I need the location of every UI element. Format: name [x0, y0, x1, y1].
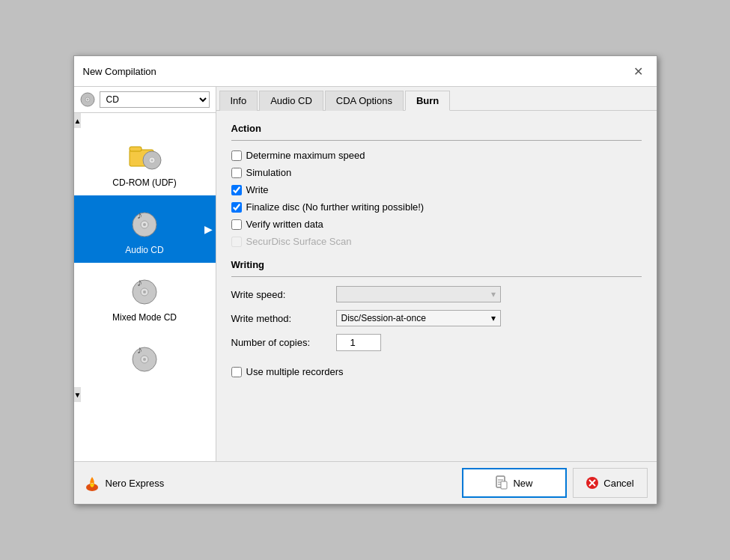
cd-small-icon [80, 92, 95, 107]
list-item-audio-cd[interactable]: ♪ ▶ Audio CD [74, 195, 216, 263]
new-button[interactable]: New [462, 468, 567, 498]
checkbox-multiple-recorders: Use multiple recorders [231, 366, 642, 377]
cdrom-udf-icon [126, 136, 163, 173]
checkbox-determine-max-speed: Determine maximum speed [231, 150, 642, 161]
scroll-up-button[interactable]: ▲ [74, 113, 82, 128]
svg-rect-4 [130, 147, 142, 151]
write-checkbox[interactable] [231, 185, 242, 195]
tabs-row: Info Audio CD CDA Options Burn [216, 87, 657, 111]
writing-divider [231, 276, 642, 277]
checkbox-verify-written-data: Verify written data [231, 219, 642, 230]
svg-point-2 [86, 99, 88, 100]
tab-info[interactable]: Info [219, 91, 258, 111]
selected-arrow-icon: ▶ [204, 223, 213, 235]
number-of-copies-row: Number of copies: [231, 334, 642, 351]
write-speed-row: Write speed: ▾ [231, 286, 642, 302]
new-document-icon [495, 475, 508, 490]
number-of-copies-label: Number of copies: [231, 337, 336, 348]
disc-types-list: ▲ CD-ROM (UDF) [74, 113, 216, 461]
checkbox-write: Write [231, 184, 642, 195]
svg-point-10 [143, 223, 146, 226]
dialog-window: New Compilation ✕ CD DVD Blu-ray [73, 55, 657, 505]
action-divider [231, 140, 642, 141]
tab-cda-options[interactable]: CDA Options [325, 91, 404, 111]
audio-cd-icon: ♪ [126, 203, 163, 240]
securedisc-label: SecurDisc Surface Scan [246, 236, 352, 247]
close-button[interactable]: ✕ [630, 62, 648, 80]
finalize-disc-label[interactable]: Finalize disc (No further writing possib… [246, 201, 425, 213]
right-panel: Info Audio CD CDA Options Burn Action [216, 87, 657, 461]
determine-max-speed-checkbox[interactable] [231, 150, 242, 161]
svg-text:♪: ♪ [137, 276, 142, 288]
list-item-mixed-mode-cd[interactable]: ♪ Mixed Mode CD [74, 263, 216, 330]
simulation-label[interactable]: Simulation [246, 167, 292, 178]
svg-rect-26 [501, 481, 507, 489]
list-item-cdrom-udf[interactable]: CD-ROM (UDF) [74, 128, 216, 195]
writing-section: Writing Write speed: ▾ Write method: Dis… [231, 259, 642, 351]
write-label[interactable]: Write [246, 184, 269, 195]
verify-written-data-label[interactable]: Verify written data [246, 219, 323, 230]
cdrom-udf-label: CD-ROM (UDF) [112, 177, 176, 188]
dialog-body: CD DVD Blu-ray ▲ [74, 87, 657, 461]
list-item-audio-cd-2[interactable]: ♪ [74, 330, 216, 387]
svg-point-14 [143, 290, 146, 293]
determine-max-speed-label[interactable]: Determine maximum speed [246, 150, 365, 161]
write-speed-select[interactable]: ▾ [336, 286, 501, 302]
simulation-checkbox[interactable] [231, 168, 242, 178]
write-method-select[interactable]: Disc/Session-at-once ▾ [336, 310, 501, 326]
svg-point-7 [151, 159, 153, 162]
securedisc-checkbox [231, 237, 242, 247]
nero-express-button[interactable]: Nero Express [83, 474, 165, 492]
checkbox-finalize-disc: Finalize disc (No further writing possib… [231, 201, 642, 213]
nero-express-icon [83, 474, 101, 492]
left-panel: CD DVD Blu-ray ▲ [74, 87, 216, 461]
use-multiple-recorders-label[interactable]: Use multiple recorders [246, 366, 344, 377]
write-speed-label: Write speed: [231, 289, 336, 300]
checkbox-securedisc: SecurDisc Surface Scan [231, 236, 642, 247]
cancel-icon [585, 476, 599, 490]
dialog-title: New Compilation [83, 66, 156, 77]
verify-written-data-checkbox[interactable] [231, 219, 242, 230]
number-of-copies-input[interactable] [336, 334, 381, 351]
burn-tab-content: Action Determine maximum speed Simulatio… [216, 111, 657, 461]
checkbox-simulation: Simulation [231, 167, 642, 178]
svg-point-18 [143, 358, 146, 361]
tab-burn[interactable]: Burn [405, 91, 450, 111]
action-section-title: Action [231, 123, 642, 134]
svg-text:♪: ♪ [137, 344, 142, 356]
tab-audio-cd[interactable]: Audio CD [259, 91, 323, 111]
disc-type-dropdown-row: CD DVD Blu-ray [74, 87, 216, 113]
finalize-disc-checkbox[interactable] [231, 202, 242, 213]
audio-cd-label: Audio CD [125, 245, 163, 255]
scroll-down-button[interactable]: ▼ [74, 387, 82, 402]
bottom-right-buttons: New Cancel [462, 468, 648, 498]
title-bar: New Compilation ✕ [74, 56, 657, 87]
mixed-cd-label: Mixed Mode CD [112, 312, 177, 323]
bottom-bar: Nero Express New [74, 461, 657, 504]
use-multiple-recorders-checkbox[interactable] [231, 367, 242, 377]
svg-text:♪: ♪ [137, 209, 142, 221]
audio-cd-2-icon: ♪ [126, 338, 163, 375]
writing-section-title: Writing [231, 259, 642, 270]
write-method-row: Write method: Disc/Session-at-once ▾ [231, 310, 642, 326]
write-method-label: Write method: [231, 313, 336, 324]
cancel-button[interactable]: Cancel [573, 468, 648, 498]
disc-type-select[interactable]: CD DVD Blu-ray [100, 91, 210, 108]
mixed-cd-icon: ♪ [126, 270, 163, 308]
